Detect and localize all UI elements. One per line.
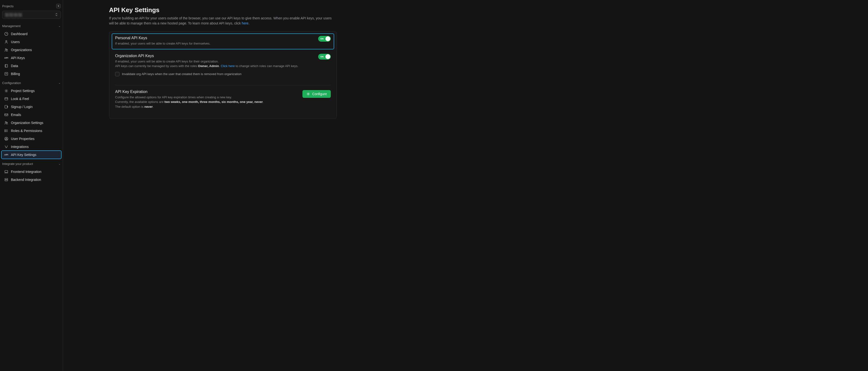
page-desc-post: .	[249, 21, 250, 25]
gear-icon	[4, 89, 8, 93]
org-api-keys-section: Organization API Keys If enabled, your u…	[112, 51, 334, 81]
sidebar-item-api-key-settings[interactable]: API API Key Settings	[2, 151, 61, 159]
sidebar-item-billing[interactable]: Billing	[2, 70, 61, 78]
sidebar-item-signup-login[interactable]: Signup / Login	[2, 103, 61, 111]
exp-l2-post: .	[263, 100, 264, 104]
org-api-keys-toggle[interactable]: ON	[318, 54, 331, 60]
exp-default: never	[145, 105, 153, 108]
org-roles: Owner, Admin	[198, 64, 219, 68]
svg-point-20	[308, 94, 309, 95]
sidebar-item-frontend-integration[interactable]: Frontend Integration	[2, 168, 61, 176]
org-desc-2: API keys can currently be managed by use…	[115, 64, 298, 69]
section-management-header[interactable]: Management ⌄	[2, 22, 61, 30]
look-feel-icon	[4, 97, 8, 101]
exp-l3-pre: The default option is	[115, 105, 145, 108]
toggle-label: ON	[320, 37, 324, 40]
expiration-line1: Configure the allowed options for API ke…	[115, 95, 264, 100]
svg-point-16	[6, 138, 7, 139]
svg-rect-4	[5, 64, 8, 67]
section-title: Management	[2, 24, 21, 28]
organization-icon	[4, 121, 8, 125]
learn-more-link[interactable]: here	[242, 21, 249, 25]
svg-point-6	[6, 90, 7, 92]
updown-icon	[55, 13, 58, 17]
project-selector[interactable]: ⬛⬛⬛⬛	[2, 11, 61, 19]
exp-l2-pre: Currently, the available options are	[115, 100, 164, 104]
org-desc-2-post: to change which roles can manage API key…	[235, 64, 298, 68]
configure-button-label: Configure	[312, 92, 327, 96]
sidebar-item-project-settings[interactable]: Project Settings	[2, 87, 61, 95]
nav-label: Backend Integration	[11, 178, 41, 181]
invalidate-keys-checkbox[interactable]	[115, 72, 120, 76]
add-project-button[interactable]: +	[56, 4, 61, 8]
svg-point-3	[6, 49, 7, 50]
sidebar-item-emails[interactable]: Emails	[2, 111, 61, 119]
sidebar-item-dashboard[interactable]: Dashboard	[2, 30, 61, 38]
change-roles-link[interactable]: Click here	[221, 64, 235, 68]
toggle-label: ON	[320, 56, 324, 58]
projects-label: Projects	[2, 4, 13, 8]
api-icon: API	[4, 153, 8, 157]
server-icon	[4, 177, 8, 182]
sidebar-item-api-keys[interactable]: API API Keys	[2, 54, 61, 62]
nav-label: Organization Settings	[11, 121, 43, 125]
roles-icon	[4, 129, 8, 133]
nav-label: Roles & Permissions	[11, 129, 42, 133]
api-icon: API	[4, 56, 8, 60]
exp-options: two weeks, one month, three months, six …	[164, 100, 263, 104]
sidebar-item-users[interactable]: Users	[2, 38, 61, 46]
user-properties-icon	[4, 137, 8, 141]
nav-label: Organizations	[11, 48, 32, 52]
sidebar-item-look-feel[interactable]: Look & Feel	[2, 95, 61, 103]
personal-api-keys-toggle[interactable]: ON	[318, 36, 331, 42]
sidebar: Projects + ⬛⬛⬛⬛ Management ⌄ Dashboard U…	[0, 0, 63, 371]
sidebar-item-backend-integration[interactable]: Backend Integration	[2, 176, 61, 183]
mail-icon	[4, 112, 8, 117]
chevron-down-icon: ⌄	[58, 81, 61, 85]
configure-expiration-button[interactable]: Configure	[303, 90, 331, 98]
nav-label: Frontend Integration	[11, 170, 41, 174]
nav-label: Project Settings	[11, 89, 35, 93]
org-desc-2-pre: API keys can currently be managed by use…	[115, 64, 198, 68]
svg-point-1	[6, 40, 7, 42]
expiration-title: API Key Expiration	[115, 90, 264, 94]
section-title: Integrate your product	[2, 162, 33, 166]
login-icon	[4, 105, 8, 109]
org-desc-1: If enabled, your users will be able to c…	[115, 59, 298, 64]
svg-rect-9	[5, 114, 8, 116]
chevron-down-icon: ⌄	[58, 25, 61, 28]
svg-rect-17	[5, 170, 8, 172]
nav-label: Look & Feel	[11, 97, 29, 101]
organization-icon	[4, 48, 8, 52]
billing-icon	[4, 72, 8, 76]
sidebar-item-user-properties[interactable]: User Properties	[2, 135, 61, 143]
svg-rect-5	[5, 72, 8, 75]
sidebar-item-integrations[interactable]: Integrations	[2, 143, 61, 150]
nav-label: Emails	[11, 113, 21, 117]
svg-point-10	[5, 122, 6, 123]
section-configuration-header[interactable]: Configuration ⌄	[2, 79, 61, 87]
laptop-icon	[4, 170, 8, 174]
nav-label: Dashboard	[11, 32, 28, 36]
project-name: ⬛⬛⬛⬛	[5, 13, 22, 17]
section-integrate-header[interactable]: Integrate your product ⌄	[2, 160, 61, 168]
svg-rect-19	[5, 180, 8, 181]
org-title: Organization API Keys	[115, 54, 298, 58]
sidebar-item-organizations[interactable]: Organizations	[2, 46, 61, 54]
page-title: API Key Settings	[109, 6, 858, 14]
nav-label: Billing	[11, 72, 20, 76]
expiration-line2: Currently, the available options are two…	[115, 100, 264, 104]
data-icon	[4, 64, 8, 68]
section-title: Configuration	[2, 81, 21, 85]
sidebar-item-roles-perms[interactable]: Roles & Permissions	[2, 127, 61, 135]
sidebar-item-org-settings[interactable]: Organization Settings	[2, 119, 61, 127]
api-key-expiration-section: API Key Expiration Configure the allowed…	[112, 85, 334, 113]
personal-api-keys-section: Personal API Keys If enabled, your users…	[112, 33, 334, 49]
main-content: API Key Settings If you're building an A…	[63, 0, 868, 371]
invalidate-keys-label: Invalidate org API keys when the user th…	[122, 72, 242, 76]
svg-point-2	[5, 49, 6, 50]
org-desc-2-mid: .	[219, 64, 221, 68]
user-icon	[4, 40, 8, 44]
sidebar-item-data[interactable]: Data	[2, 62, 61, 70]
nav-label: User Properties	[11, 137, 34, 141]
